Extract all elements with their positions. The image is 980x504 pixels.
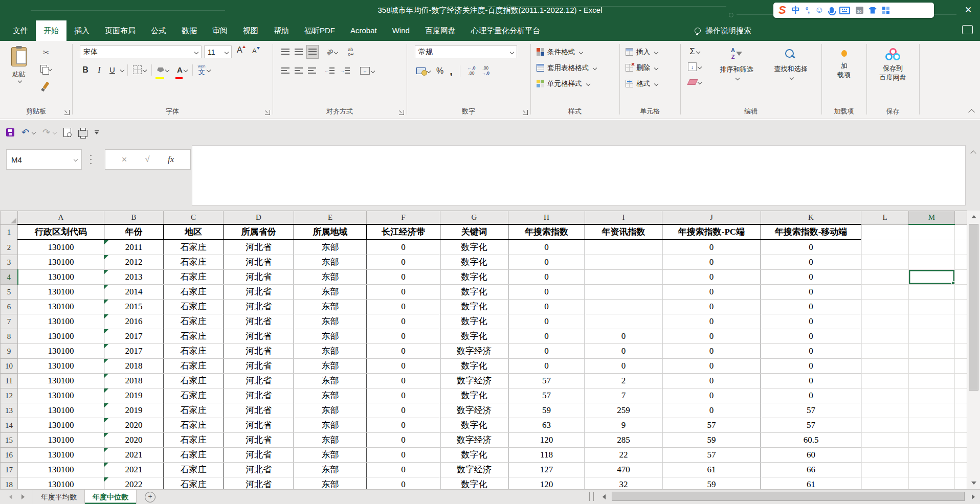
sogou-ime-bar[interactable]: S 中 °, ☺ 36	[773, 3, 934, 18]
cell[interactable]: 石家庄	[164, 374, 224, 388]
cell[interactable]: 0	[761, 359, 861, 374]
font-dialog-launcher-icon[interactable]	[265, 110, 270, 115]
cell[interactable]: 61	[761, 477, 861, 490]
cell[interactable]: 0	[367, 329, 440, 344]
ime-punctuation-toggle[interactable]: °,	[806, 6, 810, 14]
cell[interactable]: 0	[585, 359, 662, 374]
chevron-down-icon[interactable]	[194, 50, 198, 54]
increase-indent-button[interactable]: →	[338, 64, 351, 77]
cell[interactable]	[861, 374, 909, 388]
cell[interactable]	[861, 255, 909, 270]
scroll-up-button[interactable]	[967, 211, 980, 222]
name-box-resizer[interactable]	[90, 153, 92, 166]
cell[interactable]	[861, 344, 909, 359]
row-header[interactable]: 6	[1, 300, 18, 314]
cell[interactable]: 石家庄	[164, 329, 224, 344]
cell[interactable]: 130100	[18, 433, 104, 448]
cell[interactable]: 130100	[18, 240, 104, 255]
cell[interactable]: 数字化	[440, 314, 508, 329]
cell[interactable]	[909, 359, 955, 374]
cell[interactable]: 118	[508, 448, 585, 463]
cell[interactable]: 河北省	[224, 463, 294, 477]
cell[interactable]: 63	[508, 418, 585, 433]
cell[interactable]: 数字化	[440, 329, 508, 344]
cell[interactable]	[955, 329, 967, 344]
cell[interactable]	[861, 300, 909, 314]
row-header[interactable]: 5	[1, 285, 18, 300]
comma-style-button[interactable]: ,	[448, 64, 454, 77]
cancel-icon[interactable]: ×	[122, 154, 127, 165]
cell[interactable]	[861, 403, 909, 418]
cell[interactable]: 130100	[18, 329, 104, 344]
copy-button[interactable]	[39, 62, 53, 75]
quick-print-icon[interactable]	[78, 130, 87, 137]
cell[interactable]: 60.5	[761, 433, 861, 448]
cell[interactable]: 数字经济	[440, 344, 508, 359]
name-box[interactable]: M4	[6, 149, 82, 170]
cell[interactable]: 0	[367, 255, 440, 270]
cell[interactable]: 2021	[104, 463, 164, 477]
cell[interactable]: 2017	[104, 329, 164, 344]
cell[interactable]: 东部	[294, 240, 367, 255]
chevron-down-icon[interactable]	[593, 65, 597, 70]
cell[interactable]: 0	[585, 329, 662, 344]
cell[interactable]: 0	[761, 255, 861, 270]
cell[interactable]	[955, 314, 967, 329]
cell[interactable]: 河北省	[224, 300, 294, 314]
cell[interactable]: 东部	[294, 270, 367, 285]
cell[interactable]: 127	[508, 463, 585, 477]
header-cell[interactable]: 所属地域	[294, 224, 367, 240]
cell[interactable]: 东部	[294, 285, 367, 300]
underline-button[interactable]: U	[106, 63, 118, 76]
header-cell[interactable]: 年搜索指数-PC端	[662, 224, 761, 240]
cell[interactable]: 60	[761, 448, 861, 463]
cell[interactable]	[585, 314, 662, 329]
print-preview-icon[interactable]	[63, 128, 71, 137]
cell[interactable]	[909, 374, 955, 388]
clear-dropdown-icon[interactable]	[697, 80, 701, 84]
font-size-select[interactable]: 11	[204, 45, 232, 58]
cell[interactable]: 0	[662, 388, 761, 403]
row-header[interactable]: 2	[1, 240, 18, 255]
cell[interactable]: 0	[367, 300, 440, 314]
cell[interactable]: 东部	[294, 359, 367, 374]
row-header[interactable]: 16	[1, 448, 18, 463]
column-header-A[interactable]: A	[18, 211, 104, 225]
cell[interactable]	[585, 270, 662, 285]
cell[interactable]: 数字经济	[440, 463, 508, 477]
ribbon-tab-2[interactable]: 插入	[66, 20, 97, 41]
tab-scrollbar-splitter[interactable]	[589, 492, 594, 501]
cell[interactable]: 石家庄	[164, 285, 224, 300]
cell[interactable]: 22	[585, 448, 662, 463]
tell-me-search[interactable]: 操作说明搜索	[695, 20, 751, 41]
cell[interactable]: 59	[508, 403, 585, 418]
chevron-down-icon[interactable]	[579, 50, 583, 54]
cell[interactable]: 石家庄	[164, 433, 224, 448]
format-as-table-button[interactable]: 套用表格格式	[530, 60, 619, 76]
cell[interactable]: 东部	[294, 374, 367, 388]
clear-button[interactable]	[686, 76, 703, 88]
cell[interactable]	[861, 314, 909, 329]
ime-voice-icon[interactable]	[830, 7, 834, 13]
cell[interactable]: 2011	[104, 240, 164, 255]
header-cell[interactable]: 所属省份	[224, 224, 294, 240]
column-header-F[interactable]: F	[367, 211, 440, 225]
cell[interactable]	[585, 285, 662, 300]
borders-dropdown-icon[interactable]	[143, 67, 147, 72]
cell[interactable]: 石家庄	[164, 388, 224, 403]
cell[interactable]	[909, 433, 955, 448]
cell[interactable]: 61	[662, 463, 761, 477]
cell[interactable]: 0	[761, 240, 861, 255]
orientation-dropdown-icon[interactable]	[334, 50, 338, 54]
cell[interactable]	[955, 374, 967, 388]
cell[interactable]	[861, 477, 909, 490]
column-header-K[interactable]: K	[761, 211, 861, 225]
cell[interactable]: 0	[367, 285, 440, 300]
ime-emoji-icon[interactable]: ☺	[815, 5, 823, 15]
cell[interactable]	[861, 433, 909, 448]
cell[interactable]	[955, 300, 967, 314]
header-cell[interactable]: 行政区划代码	[18, 224, 104, 240]
cell[interactable]: 河北省	[224, 255, 294, 270]
cell[interactable]: 0	[662, 255, 761, 270]
enter-icon[interactable]: √	[145, 155, 150, 164]
